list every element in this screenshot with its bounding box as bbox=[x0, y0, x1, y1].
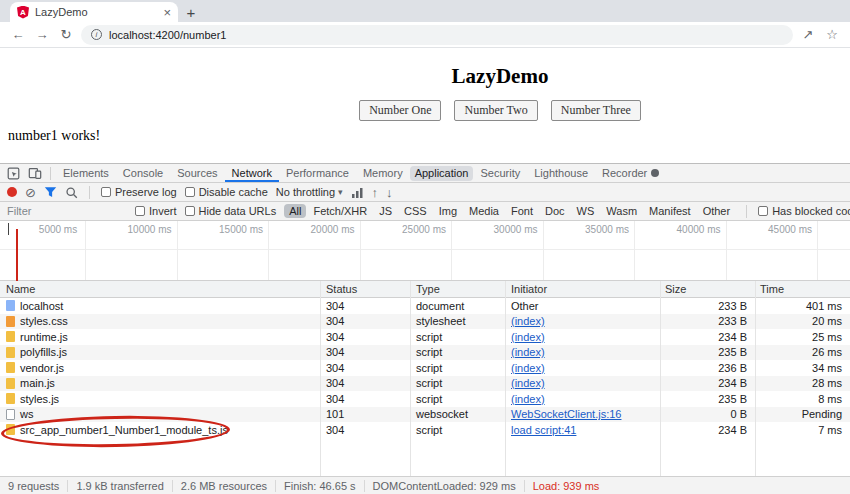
status-9-requests: 9 requests bbox=[0, 480, 68, 492]
has-blocked-cookies-checkbox[interactable]: Has blocked cookies bbox=[758, 205, 850, 217]
cell-type: script bbox=[410, 331, 505, 343]
filter-type-font[interactable]: Font bbox=[506, 204, 538, 218]
timeline-tick-label: 5000 ms bbox=[39, 224, 77, 235]
filter-icon[interactable] bbox=[44, 186, 57, 198]
table-row[interactable]: ws101websocketWebSocketClient.js:160 BPe… bbox=[0, 407, 850, 423]
filter-type-fetch-xhr[interactable]: Fetch/XHR bbox=[308, 204, 372, 218]
device-toolbar-icon[interactable] bbox=[28, 167, 42, 180]
page-button-number-two[interactable]: Number Two bbox=[454, 100, 537, 121]
table-row[interactable]: localhost304documentOther233 B401 ms bbox=[0, 298, 850, 314]
timeline-tick-label: 45000 ms bbox=[768, 224, 812, 235]
filter-input[interactable] bbox=[7, 205, 127, 217]
cell-name: ws bbox=[0, 408, 320, 420]
filter-type-all[interactable]: All bbox=[284, 204, 306, 218]
import-har-icon[interactable]: ↑ bbox=[372, 186, 379, 199]
initiator-link[interactable]: (index) bbox=[511, 315, 545, 327]
bookmark-star-icon[interactable]: ☆ bbox=[823, 27, 841, 42]
initiator-link[interactable]: (index) bbox=[511, 393, 545, 405]
cell-status: 304 bbox=[320, 315, 410, 327]
page-button-number-three[interactable]: Number Three bbox=[551, 100, 641, 121]
search-icon[interactable] bbox=[65, 186, 78, 199]
timeline-tick-label: 30000 ms bbox=[494, 224, 538, 235]
browser-tab[interactable]: A LazyDemo × bbox=[10, 2, 178, 22]
status-1-9-kb-transferred: 1.9 kB transferred bbox=[68, 480, 172, 492]
cell-name: vendor.js bbox=[0, 362, 320, 374]
initiator-link[interactable]: WebSocketClient.js:16 bbox=[511, 408, 621, 420]
filter-type-js[interactable]: JS bbox=[374, 204, 397, 218]
record-button[interactable] bbox=[7, 187, 17, 197]
filter-type-media[interactable]: Media bbox=[464, 204, 504, 218]
tab-recorder[interactable]: Recorder bbox=[595, 164, 666, 182]
filter-type-ws[interactable]: WS bbox=[572, 204, 600, 218]
cell-time: 26 ms bbox=[755, 346, 850, 358]
share-icon[interactable]: ↗ bbox=[799, 27, 817, 42]
column-header-initiator[interactable]: Initiator bbox=[505, 281, 660, 297]
tab-security[interactable]: Security bbox=[473, 164, 527, 182]
script-icon bbox=[6, 362, 15, 373]
initiator-link[interactable]: (index) bbox=[511, 362, 545, 374]
status-2-6-mb-resources: 2.6 MB resources bbox=[173, 480, 276, 492]
preserve-log-checkbox[interactable]: Preserve log bbox=[101, 186, 177, 198]
column-header-type[interactable]: Type bbox=[410, 281, 505, 297]
table-row[interactable]: styles.js304script(index)235 B8 ms bbox=[0, 391, 850, 407]
url-bar[interactable]: i localhost:4200/number1 bbox=[81, 25, 793, 45]
initiator-link[interactable]: (index) bbox=[511, 346, 545, 358]
filter-type-css[interactable]: CSS bbox=[399, 204, 432, 218]
initiator-link[interactable]: load script:41 bbox=[511, 424, 576, 436]
clear-icon[interactable]: ⊘ bbox=[25, 186, 36, 199]
table-row[interactable]: styles.css304stylesheet(index)233 B20 ms bbox=[0, 314, 850, 330]
tab-performance[interactable]: Performance bbox=[279, 164, 356, 182]
url-text: localhost:4200/number1 bbox=[109, 29, 226, 41]
initiator-link[interactable]: (index) bbox=[511, 377, 545, 389]
page-button-number-one[interactable]: Number One bbox=[359, 100, 441, 121]
cell-size: 234 B bbox=[660, 331, 755, 343]
filter-type-manifest[interactable]: Manifest bbox=[644, 204, 696, 218]
table-row[interactable]: vendor.js304script(index)236 B34 ms bbox=[0, 360, 850, 376]
cell-initiator: (index) bbox=[505, 393, 660, 405]
back-icon[interactable]: ← bbox=[9, 27, 27, 42]
column-header-time[interactable]: Time bbox=[755, 281, 850, 297]
filter-type-doc[interactable]: Doc bbox=[540, 204, 570, 218]
cell-name: localhost bbox=[0, 300, 320, 312]
column-header-name[interactable]: Name bbox=[0, 281, 320, 297]
filter-type-wasm[interactable]: Wasm bbox=[601, 204, 642, 218]
cell-status: 304 bbox=[320, 331, 410, 343]
forward-icon[interactable]: → bbox=[33, 27, 51, 42]
request-name: src_app_number1_Number1_module_ts.js bbox=[20, 424, 228, 436]
tab-elements[interactable]: Elements bbox=[56, 164, 116, 182]
script-icon bbox=[6, 331, 15, 342]
request-name: vendor.js bbox=[20, 362, 64, 374]
cell-type: document bbox=[410, 300, 505, 312]
initiator-link[interactable]: (index) bbox=[511, 331, 545, 343]
invert-checkbox[interactable]: Invert bbox=[135, 205, 177, 217]
tab-network[interactable]: Network bbox=[225, 164, 279, 182]
column-separator bbox=[755, 281, 756, 477]
timeline-gridline bbox=[634, 221, 635, 280]
column-header-status[interactable]: Status bbox=[320, 281, 410, 297]
tab-memory[interactable]: Memory bbox=[356, 164, 410, 182]
new-tab-button[interactable]: + bbox=[178, 2, 204, 22]
reload-icon[interactable]: ↻ bbox=[57, 27, 75, 42]
table-row[interactable]: runtime.js304script(index)234 B25 ms bbox=[0, 329, 850, 345]
tab-console[interactable]: Console bbox=[116, 164, 170, 182]
tab-title: LazyDemo bbox=[35, 6, 157, 18]
tab-lighthouse[interactable]: Lighthouse bbox=[527, 164, 595, 182]
inspect-icon[interactable] bbox=[7, 167, 20, 180]
network-conditions-icon[interactable] bbox=[351, 187, 364, 198]
filter-type-img[interactable]: Img bbox=[434, 204, 462, 218]
disable-cache-checkbox[interactable]: Disable cache bbox=[185, 186, 268, 198]
cell-name: main.js bbox=[0, 377, 320, 389]
tab-sources[interactable]: Sources bbox=[170, 164, 224, 182]
tab-application[interactable]: Application bbox=[410, 166, 474, 181]
tab-close-icon[interactable]: × bbox=[163, 6, 171, 19]
timeline[interactable]: 5000 ms10000 ms15000 ms20000 ms25000 ms3… bbox=[0, 221, 850, 281]
hide-data-urls-checkbox[interactable]: Hide data URLs bbox=[185, 205, 277, 217]
site-info-icon[interactable]: i bbox=[91, 29, 102, 40]
table-row[interactable]: src_app_number1_Number1_module_ts.js304s… bbox=[0, 422, 850, 438]
filter-type-other[interactable]: Other bbox=[698, 204, 736, 218]
table-row[interactable]: polyfills.js304script(index)235 B26 ms bbox=[0, 345, 850, 361]
export-har-icon[interactable]: ↓ bbox=[386, 186, 393, 199]
throttling-select[interactable]: No throttling▾ bbox=[276, 186, 343, 198]
column-header-size[interactable]: Size bbox=[660, 281, 755, 297]
table-row[interactable]: main.js304script(index)234 B28 ms bbox=[0, 376, 850, 392]
